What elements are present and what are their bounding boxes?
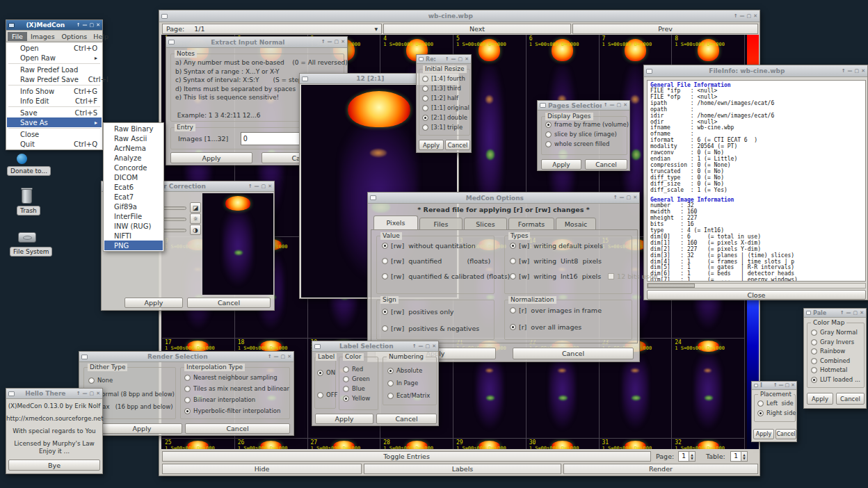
- options-titlebar[interactable]: MedCon Options ↑—▢✕: [368, 193, 639, 204]
- pages-cancel-button[interactable]: Cancel: [585, 159, 627, 170]
- value-option[interactable]: [rw] quantified & calibrated (floats): [382, 273, 510, 280]
- radio-icon[interactable]: [422, 86, 428, 92]
- colormap-option[interactable]: Hotmetal: [811, 366, 847, 373]
- submenu-item-ecat6[interactable]: Ecat6: [104, 182, 163, 192]
- submenu-item-interfile[interactable]: InterFile: [104, 211, 163, 221]
- radio-icon[interactable]: [811, 330, 817, 336]
- maximize-icon[interactable]: ▢: [281, 352, 286, 361]
- numbering-option[interactable]: Absolute: [387, 367, 422, 374]
- trash-label[interactable]: Trash: [17, 206, 40, 215]
- viewer-titlebar[interactable]: wb-cine.wbp ↑—▢✕: [159, 10, 760, 22]
- rollup-icon[interactable]: ↑: [840, 309, 844, 318]
- render-button[interactable]: Render: [563, 464, 758, 474]
- radio-icon[interactable]: [811, 367, 817, 373]
- radio-icon[interactable]: [343, 396, 349, 402]
- close-icon[interactable]: ✕: [791, 381, 794, 390]
- maximize-icon[interactable]: ▢: [262, 182, 266, 191]
- pages-option[interactable]: whole screen filled: [545, 140, 610, 147]
- menu-item-open[interactable]: OpenCtrl+O: [7, 43, 102, 53]
- donate-label[interactable]: Donate to...: [7, 166, 51, 176]
- minimize-icon[interactable]: —: [451, 55, 456, 64]
- resize-option[interactable]: [2:1] double: [422, 114, 467, 121]
- radio-icon[interactable]: [88, 377, 95, 384]
- fileinfo-close-button[interactable]: Close: [647, 290, 866, 300]
- next-page-button[interactable]: Next: [383, 24, 571, 34]
- labels-button[interactable]: Labels: [364, 464, 561, 474]
- render-apply-button[interactable]: Apply: [102, 423, 182, 434]
- rollup-icon[interactable]: ↑: [268, 352, 272, 361]
- rollup-icon[interactable]: ↑: [734, 12, 738, 21]
- minimize-icon[interactable]: —: [620, 193, 625, 202]
- radio-icon[interactable]: [184, 408, 191, 414]
- colormap-option[interactable]: Rainbow: [811, 348, 845, 355]
- radio-icon[interactable]: [422, 76, 428, 82]
- rollup-icon[interactable]: ↑: [321, 38, 326, 47]
- radio-icon[interactable]: [382, 273, 388, 279]
- radio-icon[interactable]: [510, 258, 516, 264]
- donate-icon[interactable]: [17, 154, 27, 164]
- pages-titlebar[interactable]: Pages Selection ↑—▢✕: [538, 101, 629, 111]
- minimize-icon[interactable]: —: [419, 342, 424, 351]
- submenu-item-nifti[interactable]: NIFTI: [104, 231, 163, 241]
- resize-option[interactable]: [1:1] original: [422, 104, 469, 111]
- maximize-icon[interactable]: ▢: [335, 38, 339, 47]
- minimize-icon[interactable]: —: [83, 389, 88, 398]
- menu-item-open-raw[interactable]: Open Raw▸: [7, 53, 102, 63]
- radio-icon[interactable]: [343, 366, 349, 373]
- colormap-option[interactable]: Gray Invers: [811, 339, 854, 345]
- close-icon[interactable]: ✕: [633, 193, 637, 202]
- minimize-icon[interactable]: —: [779, 381, 783, 390]
- color-option[interactable]: Green: [343, 375, 370, 382]
- resize-titlebar[interactable]: Re: ↑—▢✕: [417, 55, 471, 64]
- radio-icon[interactable]: [387, 368, 394, 374]
- hello-titlebar[interactable]: Hello There ↑—▢✕: [6, 389, 102, 399]
- radio-icon[interactable]: [317, 392, 323, 398]
- rollup-icon[interactable]: ↑: [77, 21, 81, 30]
- types-option[interactable]: [w] writing default pixels: [510, 242, 603, 250]
- radio-icon[interactable]: [382, 258, 388, 264]
- submenu-item-raw-ascii[interactable]: Raw Ascii: [104, 133, 163, 143]
- radio-icon[interactable]: [510, 273, 516, 279]
- render-titlebar[interactable]: Render Selection ↑—▢✕: [79, 352, 294, 362]
- placement-option[interactable]: Left side: [757, 400, 794, 407]
- radio-icon[interactable]: [510, 324, 516, 330]
- minimize-icon[interactable]: —: [328, 38, 332, 47]
- checkbox-icon[interactable]: [608, 273, 614, 279]
- sign-option[interactable]: [rw] positives only: [382, 308, 453, 316]
- brightness-icon-button[interactable]: ☼: [190, 213, 201, 224]
- maximize-icon[interactable]: ▢: [785, 381, 789, 390]
- scan-cell[interactable]: 251 S=00s000 D=s000: [162, 439, 235, 449]
- menu-images[interactable]: Images: [27, 32, 58, 41]
- scan-cell[interactable]: 321 S=00s000 D=s000: [672, 439, 745, 449]
- render-cancel-button[interactable]: Cancel: [185, 423, 290, 434]
- close-icon[interactable]: ✕: [753, 12, 757, 21]
- scan-cell[interactable]: 281 S=00s000 D=s000: [380, 439, 453, 449]
- value-option[interactable]: [rw] quantified (floats): [382, 257, 490, 265]
- spin-down-icon[interactable]: ▼: [689, 457, 695, 460]
- scan-cell[interactable]: 291 S=00s000 D=s000: [453, 439, 527, 449]
- value-option[interactable]: [rw] without quantitation: [382, 242, 476, 250]
- menu-item-raw-predef-load[interactable]: Raw Predef Load: [7, 65, 102, 74]
- placement-cancel-button[interactable]: Cancel: [775, 429, 796, 439]
- minimize-icon[interactable]: —: [255, 182, 259, 191]
- close-icon[interactable]: ✕: [465, 55, 469, 64]
- scan-cell[interactable]: 271 S=00s000 D=s000: [308, 439, 381, 449]
- horizontal-scrollbar[interactable]: [647, 283, 866, 288]
- interp-option[interactable]: Tiles as mix nearest and bilinear: [184, 385, 289, 392]
- dither-option[interactable]: None: [88, 377, 113, 384]
- radio-icon[interactable]: [811, 358, 817, 364]
- submenu-item-concorde[interactable]: Concorde: [104, 163, 163, 172]
- contrast-icon-button[interactable]: ◑: [190, 225, 201, 235]
- extract-apply-button[interactable]: Apply: [170, 152, 252, 163]
- close-icon[interactable]: ✕: [268, 182, 272, 191]
- tab-formats[interactable]: Formats: [508, 218, 554, 230]
- placement-titlebar[interactable]: I ↑—▢✕: [752, 382, 796, 390]
- maximize-icon[interactable]: ▢: [855, 67, 860, 76]
- submenu-item-analyze[interactable]: Analyze: [104, 153, 163, 163]
- close-icon[interactable]: ✕: [96, 21, 100, 30]
- radio-icon[interactable]: [811, 348, 817, 355]
- maximize-icon[interactable]: ▢: [617, 101, 622, 110]
- colormap-option[interactable]: Combined: [811, 357, 850, 364]
- label-titlebar[interactable]: Label Selection ↑—▢✕: [312, 341, 438, 352]
- close-icon[interactable]: ✕: [860, 309, 864, 318]
